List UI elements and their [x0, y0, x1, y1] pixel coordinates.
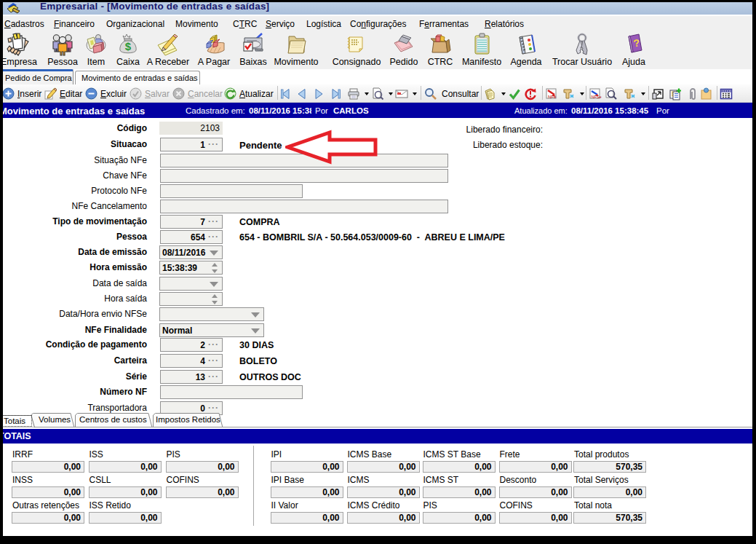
- svg-text:NFSe: NFSe: [592, 95, 602, 99]
- svg-text:NFe: NFe: [548, 95, 557, 99]
- svg-text:$: $: [125, 40, 132, 52]
